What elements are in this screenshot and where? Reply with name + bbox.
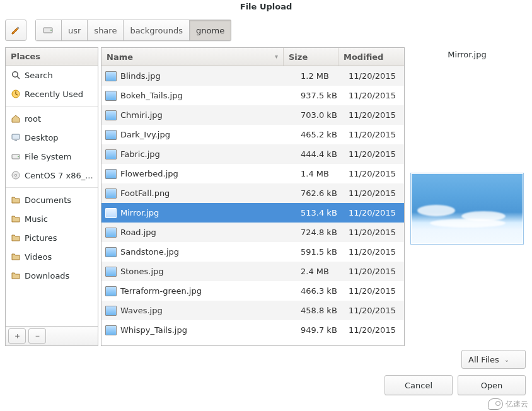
places-item[interactable]: Search [6, 66, 98, 84]
places-item[interactable]: Pictures [6, 228, 98, 247]
file-row[interactable]: Bokeh_Tails.jpg937.5 kB11/20/2015 [101, 86, 404, 105]
home-icon [11, 113, 21, 124]
file-row[interactable]: Terraform-green.jpg466.3 kB11/20/2015 [101, 281, 404, 301]
file-modified-cell: 11/20/2015 [345, 110, 404, 120]
file-size-cell: 513.4 kB [297, 208, 345, 217]
drive-icon [11, 151, 21, 161]
places-item-label: Downloads [25, 271, 69, 281]
file-modified-cell: 11/20/2015 [345, 286, 404, 296]
column-size[interactable]: Size [284, 48, 338, 66]
file-name-label: Waves.jpg [120, 306, 163, 315]
places-item[interactable]: Recently Used [6, 84, 98, 103]
path-root-button[interactable] [35, 20, 62, 41]
file-row[interactable]: Chmiri.jpg703.0 kB11/20/2015 [101, 105, 404, 125]
window-title: File Upload [0, 0, 532, 16]
file-modified-cell: 11/20/2015 [345, 267, 404, 276]
file-modified-cell: 11/20/2015 [345, 149, 404, 159]
file-name-cell: Blinds.jpg [101, 71, 297, 81]
places-item[interactable]: CentOS 7 x86_... [6, 166, 98, 185]
image-thumb-icon [105, 169, 117, 179]
add-bookmark-button[interactable]: ＋ [8, 328, 26, 344]
image-thumb-icon [105, 228, 117, 238]
file-row[interactable]: Blinds.jpg1.2 MB11/20/2015 [101, 66, 404, 86]
places-sidebar: Places SearchRecently UsedrootDesktopFil… [5, 47, 98, 346]
file-name-cell: Mirror.jpg [101, 208, 297, 218]
path-segment-label: gnome [196, 26, 224, 35]
remove-bookmark-button[interactable]: － [28, 328, 46, 344]
file-name-cell: Sandstone.jpg [101, 247, 297, 257]
image-thumb-icon [105, 149, 117, 159]
open-button[interactable]: Open [458, 375, 526, 395]
file-row[interactable]: Fabric.jpg444.4 kB11/20/2015 [101, 144, 404, 164]
file-modified-cell: 11/20/2015 [345, 91, 404, 100]
path-segment[interactable]: usr [61, 20, 88, 41]
file-type-filter-label: All Files [468, 355, 499, 364]
svg-point-2 [13, 72, 18, 77]
file-row[interactable]: Whispy_Tails.jpg949.7 kB11/20/2015 [101, 320, 404, 340]
places-item[interactable]: Music [6, 209, 98, 228]
svg-point-1 [50, 30, 52, 31]
file-modified-cell: 11/20/2015 [345, 208, 404, 217]
file-name-cell: Flowerbed.jpg [101, 169, 297, 179]
file-row[interactable]: Stones.jpg2.4 MB11/20/2015 [101, 262, 404, 281]
image-thumb-icon [105, 130, 117, 140]
file-row[interactable]: FootFall.png762.6 kB11/20/2015 [101, 183, 404, 203]
file-modified-cell: 11/20/2015 [345, 228, 404, 237]
file-row[interactable]: Flowerbed.jpg1.4 MB11/20/2015 [101, 164, 404, 183]
file-name-cell: Stones.jpg [101, 267, 297, 277]
column-name-label: Name [107, 52, 133, 62]
places-item[interactable]: Documents [6, 190, 98, 209]
places-item[interactable]: root [6, 109, 98, 128]
places-item-label: Videos [25, 252, 52, 262]
file-row[interactable]: Road.jpg724.8 kB11/20/2015 [101, 223, 404, 242]
places-footer: ＋ － [5, 327, 98, 346]
search-icon [11, 70, 21, 80]
watermark-text: 亿速云 [506, 399, 528, 410]
file-name-cell: Terraform-green.jpg [101, 286, 297, 296]
file-name-label: Flowerbed.jpg [120, 169, 178, 178]
svg-point-10 [14, 174, 16, 176]
edit-location-button[interactable] [5, 20, 26, 41]
file-rows[interactable]: Blinds.jpg1.2 MB11/20/2015Bokeh_Tails.jp… [101, 66, 404, 345]
file-name-cell: Waves.jpg [101, 306, 297, 316]
places-item[interactable]: Downloads [6, 266, 98, 285]
preview-pane: Mirror.jpg [407, 47, 527, 346]
file-size-cell: 949.7 kB [297, 325, 345, 335]
places-separator [6, 187, 98, 188]
plus-icon: ＋ [13, 330, 21, 342]
open-button-label: Open [481, 381, 503, 390]
file-size-cell: 458.8 kB [297, 306, 345, 315]
path-segment[interactable]: share [87, 20, 124, 41]
places-item-label: Music [25, 214, 48, 224]
image-thumb-icon [105, 267, 117, 277]
file-size-cell: 762.6 kB [297, 188, 345, 198]
column-modified[interactable]: Modified [338, 48, 404, 66]
file-size-cell: 1.4 MB [297, 169, 345, 178]
file-name-label: Terraform-green.jpg [120, 286, 202, 296]
file-row[interactable]: Mirror.jpg513.4 kB11/20/2015 [101, 203, 404, 223]
column-name[interactable]: Name ▾ [101, 48, 284, 66]
cancel-button[interactable]: Cancel [385, 375, 453, 395]
image-thumb-icon [105, 91, 117, 101]
pencil-icon [10, 25, 21, 36]
path-bar: usrsharebackgroundsgnome [35, 20, 231, 41]
file-modified-cell: 11/20/2015 [345, 306, 404, 315]
file-name-label: Dark_Ivy.jpg [120, 130, 170, 139]
places-item[interactable]: File System [6, 147, 98, 166]
file-name-cell: Whispy_Tails.jpg [101, 325, 297, 335]
file-row[interactable]: Waves.jpg458.8 kB11/20/2015 [101, 301, 404, 320]
places-item[interactable]: Desktop [6, 128, 98, 147]
places-list: SearchRecently UsedrootDesktopFile Syste… [6, 66, 98, 326]
file-row[interactable]: Sandstone.jpg591.5 kB11/20/2015 [101, 242, 404, 262]
svg-rect-5 [12, 134, 20, 139]
minus-icon: － [33, 330, 42, 342]
places-item-label: Pictures [25, 233, 57, 243]
file-row[interactable]: Dark_Ivy.jpg465.2 kB11/20/2015 [101, 125, 404, 144]
path-segment[interactable]: gnome [189, 20, 231, 41]
file-name-label: Bokeh_Tails.jpg [120, 91, 183, 100]
path-segment[interactable]: backgrounds [123, 20, 190, 41]
places-item[interactable]: Videos [6, 247, 98, 266]
file-type-filter[interactable]: All Files ⌄ [461, 350, 526, 369]
places-item-label: File System [25, 152, 71, 161]
preview-image [410, 173, 524, 245]
